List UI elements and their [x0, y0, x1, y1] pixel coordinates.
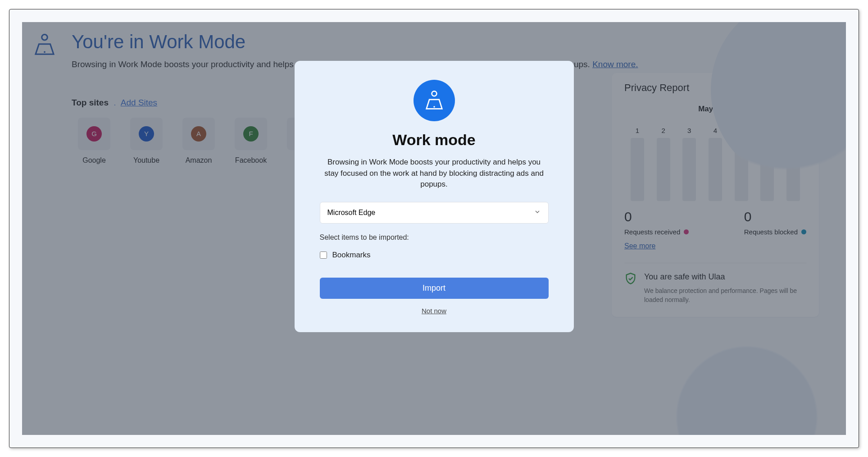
svg-point-2 [432, 91, 436, 96]
svg-point-3 [433, 106, 435, 107]
import-items-label: Select items to be imported: [320, 233, 549, 242]
modal-overlay: Work mode Browsing in Work Mode boosts y… [22, 22, 846, 435]
bookmarks-checkbox-row[interactable]: Bookmarks [320, 251, 549, 260]
chevron-down-icon [534, 208, 541, 217]
modal-description: Browsing in Work Mode boosts your produc… [320, 157, 549, 190]
bookmarks-label: Bookmarks [332, 251, 371, 260]
browser-select-value: Microsoft Edge [327, 209, 376, 217]
page-root: You're in Work Mode Browsing in Work Mod… [22, 22, 846, 435]
bookmarks-checkbox[interactable] [320, 251, 327, 259]
import-button[interactable]: Import [320, 278, 549, 299]
work-mode-icon [414, 80, 455, 121]
modal-title: Work mode [320, 131, 549, 149]
browser-select[interactable]: Microsoft Edge [320, 202, 549, 224]
not-now-link[interactable]: Not now [422, 307, 446, 315]
work-mode-modal: Work mode Browsing in Work Mode boosts y… [295, 61, 574, 332]
